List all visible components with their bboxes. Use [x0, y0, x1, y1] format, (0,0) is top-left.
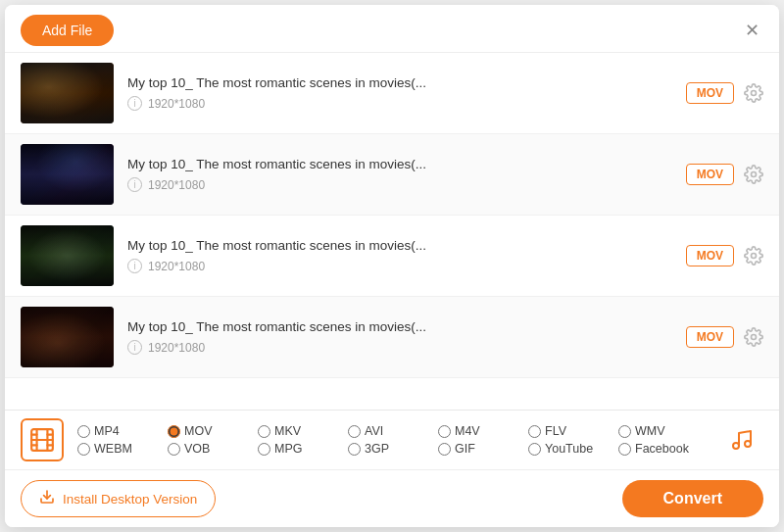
- format-option[interactable]: 3GP: [348, 442, 438, 456]
- file-meta: i 1920*1080: [127, 259, 672, 273]
- file-actions: MOV: [686, 82, 763, 104]
- svg-point-12: [733, 443, 739, 449]
- settings-button[interactable]: [744, 246, 763, 266]
- file-info: My top 10_ The most romantic scenes in m…: [127, 238, 672, 273]
- format-label: VOB: [184, 442, 210, 456]
- file-resolution: 1920*1080: [148, 97, 205, 111]
- settings-button[interactable]: [744, 165, 763, 184]
- format-label: 3GP: [365, 442, 389, 456]
- format-bar: MP4MOVMKVAVIM4VFLVWMVWEBMVOBMPG3GPGIFYou…: [5, 410, 779, 469]
- file-resolution: 1920*1080: [148, 178, 205, 192]
- format-option[interactable]: WEBM: [77, 442, 168, 456]
- format-option[interactable]: MPG: [258, 442, 348, 456]
- format-option[interactable]: GIF: [438, 442, 528, 456]
- format-label: MPG: [274, 442, 302, 456]
- format-label: FLV: [545, 424, 566, 438]
- file-list: My top 10_ The most romantic scenes in m…: [5, 52, 779, 410]
- convert-button[interactable]: Convert: [622, 480, 763, 517]
- file-actions: MOV: [686, 245, 763, 266]
- format-option[interactable]: MKV: [258, 424, 348, 438]
- file-actions: MOV: [686, 326, 763, 348]
- settings-button[interactable]: [744, 83, 763, 103]
- info-icon[interactable]: i: [127, 259, 142, 273]
- format-label: MOV: [184, 424, 212, 438]
- format-option[interactable]: YouTube: [528, 442, 618, 456]
- close-button[interactable]: ✕: [740, 19, 763, 42]
- file-thumbnail: [21, 307, 114, 367]
- format-label: YouTube: [545, 442, 593, 456]
- format-option[interactable]: Facebook: [618, 442, 709, 456]
- format-badge[interactable]: MOV: [686, 164, 734, 185]
- bottom-bar: Install Desktop Version Convert: [5, 469, 779, 527]
- download-icon: [39, 489, 55, 508]
- music-icon: [720, 418, 763, 461]
- format-badge[interactable]: MOV: [686, 326, 734, 348]
- svg-point-0: [752, 91, 757, 96]
- file-actions: MOV: [686, 164, 763, 185]
- format-label: WMV: [635, 424, 665, 438]
- format-option[interactable]: M4V: [438, 424, 528, 438]
- file-name: My top 10_ The most romantic scenes in m…: [127, 238, 672, 253]
- table-row: My top 10_ The most romantic scenes in m…: [5, 216, 779, 297]
- format-label: AVI: [365, 424, 383, 438]
- file-info: My top 10_ The most romantic scenes in m…: [127, 319, 672, 355]
- file-name: My top 10_ The most romantic scenes in m…: [127, 75, 672, 90]
- add-file-button[interactable]: Add File: [21, 15, 114, 46]
- format-badge[interactable]: MOV: [686, 245, 734, 266]
- format-option[interactable]: VOB: [168, 442, 258, 456]
- table-row: My top 10_ The most romantic scenes in m…: [5, 297, 779, 378]
- file-meta: i 1920*1080: [127, 96, 672, 111]
- info-icon[interactable]: i: [127, 96, 142, 111]
- file-thumbnail: [21, 144, 114, 205]
- format-label: WEBM: [94, 442, 132, 456]
- film-icon: [21, 418, 64, 461]
- table-row: My top 10_ The most romantic scenes in m…: [5, 53, 779, 134]
- file-thumbnail: [21, 225, 114, 286]
- svg-point-1: [752, 172, 757, 177]
- table-row: My top 10_ The most romantic scenes in m…: [5, 134, 779, 216]
- file-name: My top 10_ The most romantic scenes in m…: [127, 157, 672, 171]
- file-thumbnail: [21, 63, 114, 123]
- format-option[interactable]: WMV: [618, 424, 709, 438]
- svg-point-3: [752, 335, 757, 340]
- info-icon[interactable]: i: [127, 340, 142, 355]
- app-window: Add File ✕ My top 10_ The most romantic …: [5, 5, 779, 527]
- svg-point-2: [752, 254, 757, 259]
- format-option[interactable]: MOV: [168, 424, 258, 438]
- file-info: My top 10_ The most romantic scenes in m…: [127, 75, 672, 111]
- file-resolution: 1920*1080: [148, 260, 205, 273]
- format-options: MP4MOVMKVAVIM4VFLVWMVWEBMVOBMPG3GPGIFYou…: [77, 424, 709, 456]
- title-bar: Add File ✕: [5, 5, 779, 52]
- format-label: M4V: [455, 424, 480, 438]
- format-option[interactable]: AVI: [348, 424, 438, 438]
- format-label: MKV: [274, 424, 301, 438]
- settings-button[interactable]: [744, 327, 763, 347]
- format-option[interactable]: MP4: [77, 424, 168, 438]
- format-badge[interactable]: MOV: [686, 82, 734, 104]
- svg-point-13: [745, 441, 751, 447]
- format-label: GIF: [455, 442, 475, 456]
- format-label: MP4: [94, 424, 120, 438]
- file-name: My top 10_ The most romantic scenes in m…: [127, 319, 672, 334]
- file-info: My top 10_ The most romantic scenes in m…: [127, 157, 672, 192]
- file-resolution: 1920*1080: [148, 341, 205, 355]
- file-meta: i 1920*1080: [127, 177, 672, 192]
- format-option[interactable]: FLV: [528, 424, 618, 438]
- install-label: Install Desktop Version: [63, 492, 197, 507]
- format-label: Facebook: [635, 442, 689, 456]
- info-icon[interactable]: i: [127, 177, 142, 192]
- file-meta: i 1920*1080: [127, 340, 672, 355]
- install-button[interactable]: Install Desktop Version: [21, 480, 216, 517]
